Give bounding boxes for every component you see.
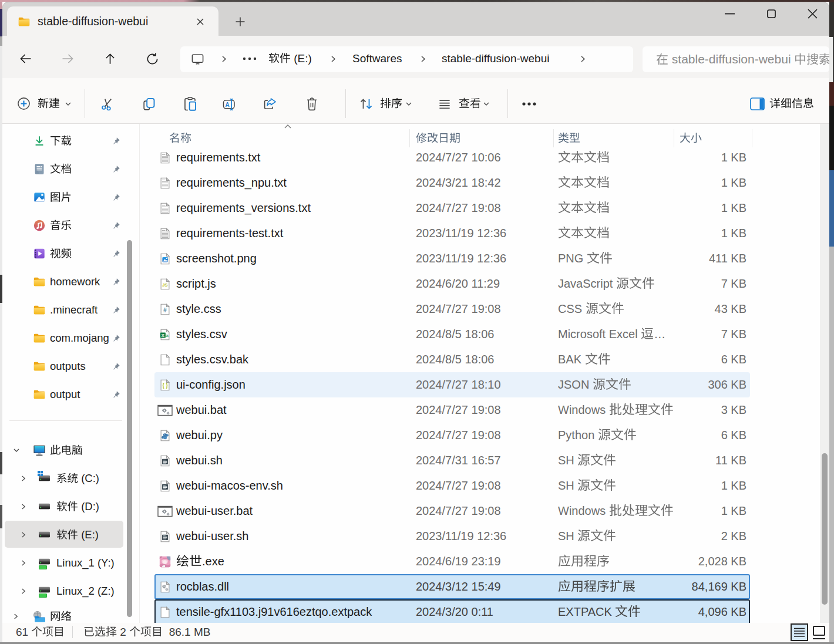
svg-text:A: A — [226, 102, 230, 108]
